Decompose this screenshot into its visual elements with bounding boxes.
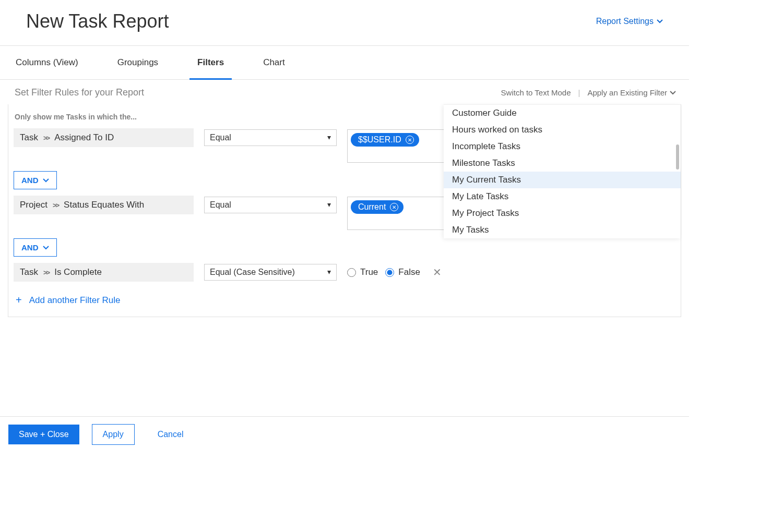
filter-subtitle: Set Filter Rules for your Report: [15, 87, 144, 98]
tabs: Columns (View) Groupings Filters Chart: [0, 45, 689, 80]
dropdown-item[interactable]: Incomplete Tasks: [444, 138, 681, 155]
field-part: Task: [20, 132, 38, 143]
existing-filter-dropdown: Customer Guide Hours worked on tasks Inc…: [444, 104, 681, 238]
tab-filters[interactable]: Filters: [189, 46, 232, 79]
field-part: Assigned To ID: [54, 132, 114, 143]
field-selector[interactable]: Task >> Assigned To ID: [14, 128, 194, 147]
dropdown-item[interactable]: Milestone Tasks: [444, 155, 681, 172]
connector-button[interactable]: AND: [14, 171, 57, 189]
chevron-down-icon: ▾: [327, 200, 331, 209]
radio-false[interactable]: [385, 268, 394, 277]
operator-value: Equal: [210, 133, 231, 142]
cancel-button[interactable]: Cancel: [147, 425, 194, 444]
chevron-double-right-icon: >>: [53, 201, 58, 209]
chevron-down-icon: [670, 90, 676, 96]
switch-text-mode-link[interactable]: Switch to Text Mode: [501, 88, 571, 97]
pill-text: $$USER.ID: [358, 135, 401, 144]
report-settings-label: Report Settings: [596, 17, 654, 26]
value-radio-group: True False ✕: [347, 266, 442, 279]
field-part: Status Equates With: [64, 200, 144, 210]
radio-false-label: False: [398, 267, 420, 277]
field-part: Project: [20, 200, 48, 210]
remove-pill-icon[interactable]: ✕: [390, 203, 398, 211]
tab-columns[interactable]: Columns (View): [8, 46, 86, 79]
dropdown-item[interactable]: My Project Tasks: [444, 205, 681, 222]
operator-select[interactable]: Equal (Case Sensitive) ▾: [204, 264, 337, 281]
tab-groupings[interactable]: Groupings: [110, 46, 166, 79]
page-title: New Task Report: [26, 10, 169, 32]
field-selector[interactable]: Project >> Status Equates With: [14, 196, 194, 214]
filter-panel: Only show me Tasks in which the... Task …: [8, 104, 681, 317]
chevron-down-icon: [43, 177, 49, 184]
radio-true[interactable]: [347, 268, 356, 277]
apply-existing-filter-link[interactable]: Apply an Existing Filter: [587, 88, 676, 97]
field-selector[interactable]: Task >> Is Complete: [14, 263, 194, 282]
remove-pill-icon[interactable]: ✕: [406, 136, 414, 144]
pill-text: Current: [358, 202, 386, 212]
save-close-button[interactable]: Save + Close: [8, 425, 79, 444]
operator-select[interactable]: Equal ▾: [204, 129, 337, 146]
operator-value: Equal (Case Sensitive): [210, 268, 295, 277]
field-part: Task: [20, 267, 38, 277]
dropdown-item[interactable]: My Tasks: [444, 222, 681, 238]
chevron-down-icon: [657, 18, 663, 25]
chevron-double-right-icon: >>: [43, 269, 49, 276]
operator-value: Equal: [210, 200, 231, 210]
dropdown-item[interactable]: My Late Tasks: [444, 188, 681, 205]
tab-chart[interactable]: Chart: [255, 46, 293, 79]
operator-select[interactable]: Equal ▾: [204, 197, 337, 213]
chevron-down-icon: ▾: [327, 268, 331, 276]
plus-icon: +: [16, 294, 22, 306]
footer: Save + Close Apply Cancel: [0, 416, 689, 452]
connector-label: AND: [21, 243, 39, 252]
add-rule-label: Add another Filter Rule: [29, 295, 121, 306]
radio-true-label: True: [360, 267, 378, 277]
connector-button[interactable]: AND: [14, 238, 57, 257]
filter-rule: Task >> Is Complete Equal (Case Sensitiv…: [14, 263, 675, 282]
dropdown-item[interactable]: My Current Tasks: [444, 172, 681, 188]
header: New Task Report Report Settings: [0, 0, 689, 45]
add-filter-rule-button[interactable]: + Add another Filter Rule: [14, 285, 675, 306]
report-settings-link[interactable]: Report Settings: [596, 17, 663, 26]
scrollbar-thumb[interactable]: [676, 144, 679, 170]
dropdown-item[interactable]: Customer Guide: [444, 105, 681, 122]
subbar: Set Filter Rules for your Report Switch …: [0, 80, 689, 104]
remove-rule-icon[interactable]: ✕: [433, 266, 442, 279]
connector-label: AND: [21, 176, 39, 185]
dropdown-item[interactable]: Hours worked on tasks: [444, 122, 681, 138]
chevron-down-icon: ▾: [327, 133, 331, 141]
value-pill: $$USER.ID ✕: [351, 133, 419, 147]
divider: |: [578, 88, 580, 97]
chevron-double-right-icon: >>: [43, 134, 49, 142]
apply-existing-label: Apply an Existing Filter: [587, 88, 667, 97]
chevron-down-icon: [43, 245, 49, 251]
field-part: Is Complete: [54, 267, 102, 277]
apply-button[interactable]: Apply: [92, 424, 135, 445]
value-pill: Current ✕: [351, 200, 404, 214]
